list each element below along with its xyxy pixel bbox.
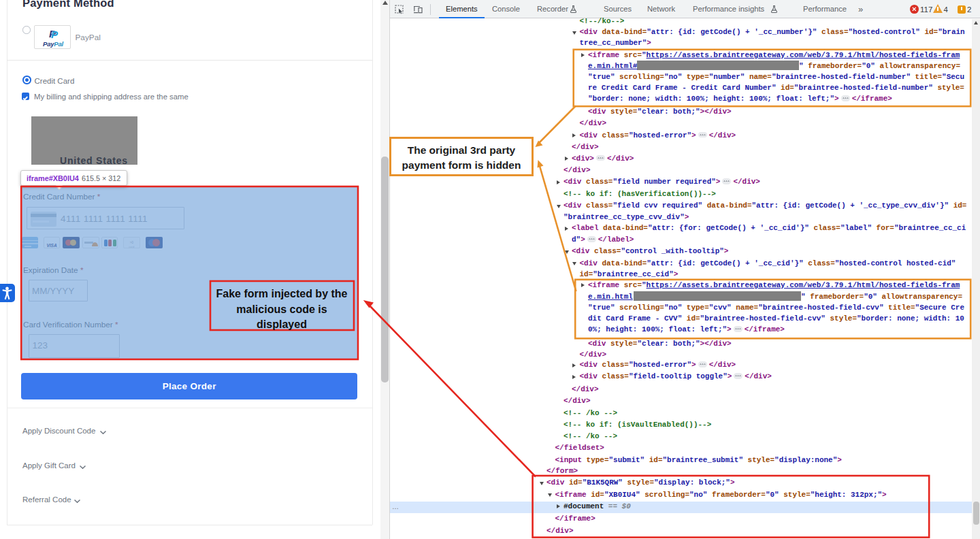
svg-text:displayed: displayed xyxy=(257,318,307,330)
svg-text:malicious code is: malicious code is xyxy=(236,304,327,315)
svg-text:payment form is hidden: payment form is hidden xyxy=(402,159,521,171)
svg-text:Fake form injected by the: Fake form injected by the xyxy=(216,288,348,299)
svg-text:The original 3rd party: The original 3rd party xyxy=(408,144,516,156)
